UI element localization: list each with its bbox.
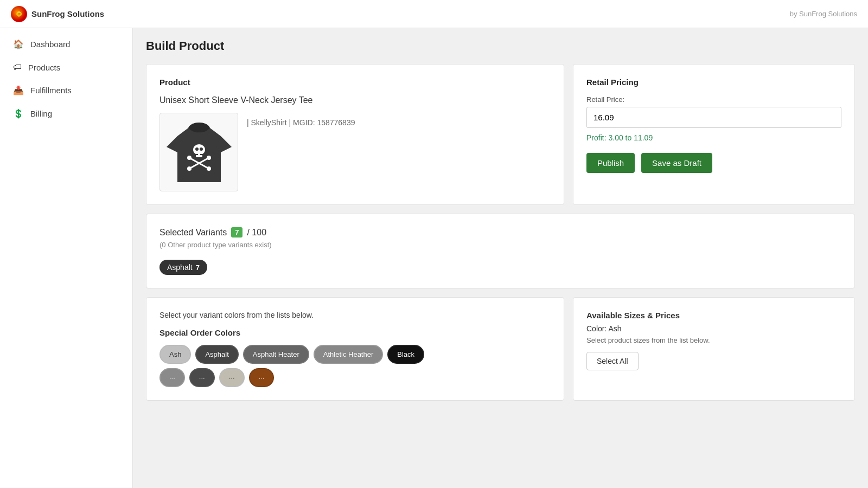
publish-button[interactable]: Publish bbox=[586, 153, 635, 173]
variants-selected-badge: 7 bbox=[231, 227, 242, 237]
variants-sub: (0 Other product type variants exist) bbox=[159, 241, 841, 249]
bottom-row: Select your variant colors from the list… bbox=[146, 297, 855, 401]
product-image-box bbox=[159, 113, 238, 191]
svg-point-4 bbox=[195, 147, 199, 151]
retail-price-label: Retail Price: bbox=[586, 95, 841, 104]
svg-point-11 bbox=[187, 166, 192, 171]
billing-icon: 💲 bbox=[13, 108, 24, 119]
svg-rect-3 bbox=[200, 154, 202, 155]
profit-text: Profit: 3.00 to 11.09 bbox=[586, 133, 841, 142]
color-pill-athletic-heather[interactable]: Athletic Heather bbox=[314, 345, 384, 364]
product-name: Unisex Short Sleeve V-Neck Jersey Tee bbox=[159, 95, 551, 105]
sizes-panel: Available Sizes & Prices Color: Ash Sele… bbox=[573, 297, 855, 401]
pricing-card: Retail Pricing Retail Price: Profit: 3.0… bbox=[573, 64, 855, 205]
sizes-color-label: Color: Ash bbox=[586, 324, 841, 333]
topbar: 🌞 SunFrog Solutions by SunFrog Solutions bbox=[0, 0, 868, 28]
color-pill-row2-1[interactable]: ··· bbox=[159, 368, 185, 387]
sidebar-item-products[interactable]: 🏷 Products bbox=[0, 56, 132, 79]
sidebar-label-fulfillments: Fulfillments bbox=[30, 86, 72, 95]
svg-point-5 bbox=[200, 147, 203, 151]
color-pill-asphalt[interactable]: Asphalt bbox=[195, 345, 238, 364]
variants-card: Selected Variants 7 / 100 (0 Other produ… bbox=[146, 214, 855, 288]
main-content: Build Product Product Unisex Short Sleev… bbox=[133, 28, 868, 488]
product-meta: | SkellyShirt | MGID: 158776839 bbox=[247, 113, 355, 127]
svg-rect-2 bbox=[196, 154, 198, 155]
color-tags-container: Asphalt 7 bbox=[159, 260, 841, 275]
svg-point-8 bbox=[187, 156, 192, 160]
asphalt-color-tag[interactable]: Asphalt 7 bbox=[159, 260, 207, 275]
color-pill-row2-2[interactable]: ··· bbox=[189, 368, 215, 387]
sidebar-item-fulfillments[interactable]: 📥 Fulfillments bbox=[0, 79, 132, 102]
special-order-label: Special Order Colors bbox=[159, 328, 551, 337]
variants-header: Selected Variants 7 / 100 bbox=[159, 227, 841, 237]
sizes-select-intro: Select product sizes from the list below… bbox=[586, 336, 841, 344]
sidebar-label-products: Products bbox=[28, 63, 60, 72]
color-pill-row2-4[interactable]: ··· bbox=[249, 368, 275, 387]
retail-price-input[interactable] bbox=[586, 107, 841, 128]
product-image bbox=[167, 117, 232, 188]
brand-logo: 🌞 bbox=[11, 6, 27, 22]
color-pills-row2: ··· ··· ··· ··· bbox=[159, 368, 551, 387]
svg-point-0 bbox=[193, 144, 205, 155]
svg-point-10 bbox=[207, 156, 211, 160]
color-pill-row2-3[interactable]: ··· bbox=[219, 368, 245, 387]
dashboard-icon: 🏠 bbox=[13, 39, 24, 49]
topbar-tagline: by SunFrog Solutions bbox=[790, 10, 857, 18]
products-icon: 🏷 bbox=[13, 62, 22, 72]
sidebar-label-dashboard: Dashboard bbox=[30, 40, 70, 49]
sidebar-item-dashboard[interactable]: 🏠 Dashboard bbox=[0, 33, 132, 56]
sidebar: 🏠 Dashboard 🏷 Products 📥 Fulfillments 💲 … bbox=[0, 0, 133, 488]
svg-point-9 bbox=[207, 166, 211, 171]
sidebar-label-billing: Billing bbox=[30, 109, 52, 118]
asphalt-count: 7 bbox=[196, 264, 200, 272]
page-title: Build Product bbox=[146, 39, 855, 53]
product-card: Product Unisex Short Sleeve V-Neck Jerse… bbox=[146, 64, 564, 205]
color-pill-ash[interactable]: Ash bbox=[159, 345, 191, 364]
brand-name: SunFrog Solutions bbox=[31, 9, 104, 18]
fulfillments-icon: 📥 bbox=[13, 85, 24, 95]
color-pill-asphalt-heater[interactable]: Asphalt Heater bbox=[243, 345, 309, 364]
top-row: Product Unisex Short Sleeve V-Neck Jerse… bbox=[146, 64, 855, 214]
variants-title: Selected Variants bbox=[159, 228, 227, 237]
product-card-title: Product bbox=[159, 78, 551, 87]
color-pills: Ash Asphalt Asphalt Heater Athletic Heat… bbox=[159, 345, 551, 364]
color-select-card: Select your variant colors from the list… bbox=[146, 297, 564, 401]
select-all-button[interactable]: Select All bbox=[586, 352, 639, 370]
color-pill-black[interactable]: Black bbox=[387, 345, 424, 364]
product-preview: | SkellyShirt | MGID: 158776839 bbox=[159, 113, 551, 191]
asphalt-label: Asphalt bbox=[167, 263, 193, 272]
save-draft-button[interactable]: Save as Draft bbox=[641, 153, 712, 173]
brand: 🌞 SunFrog Solutions bbox=[11, 6, 104, 22]
action-buttons: Publish Save as Draft bbox=[586, 153, 841, 173]
sizes-title: Available Sizes & Prices bbox=[586, 311, 841, 320]
pricing-card-title: Retail Pricing bbox=[586, 78, 841, 87]
sidebar-item-billing[interactable]: 💲 Billing bbox=[0, 102, 132, 125]
variants-total-count: / 100 bbox=[247, 228, 266, 237]
color-select-intro: Select your variant colors from the list… bbox=[159, 311, 551, 319]
